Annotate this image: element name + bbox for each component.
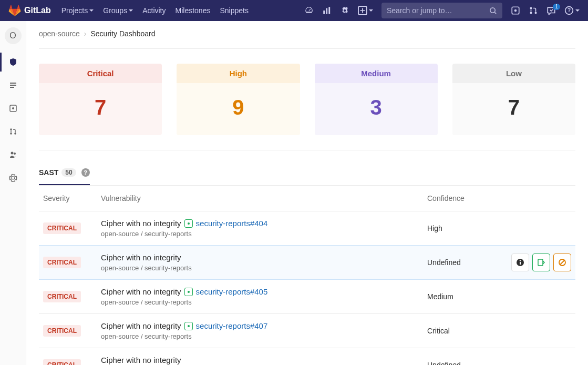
nav-todos-icon[interactable]: 1 [546, 6, 556, 15]
group-avatar[interactable]: O [5, 27, 22, 44]
svg-point-18 [10, 133, 12, 135]
issue-open-icon [184, 219, 193, 228]
issue-link[interactable]: security-reports#405 [196, 287, 268, 296]
confidence-value: Medium [423, 280, 502, 314]
svg-point-4 [490, 7, 495, 12]
nav-merge-requests-icon[interactable] [529, 6, 538, 15]
sidebar-item-issues[interactable] [0, 97, 26, 120]
svg-rect-12 [10, 83, 16, 84]
svg-point-29 [188, 325, 190, 327]
svg-point-21 [14, 153, 16, 155]
sidebar-item-security[interactable] [0, 50, 26, 74]
svg-rect-14 [10, 87, 14, 88]
breadcrumb-group[interactable]: open-source [39, 29, 80, 38]
card-low-count: 7 [452, 83, 575, 135]
svg-point-25 [520, 260, 521, 261]
nav-dashboard-icon[interactable] [304, 6, 314, 15]
severity-badge: CRITICAL [43, 291, 81, 302]
dismiss-button[interactable] [553, 254, 571, 271]
table-row[interactable]: CRITICALCipher with no integrityopen-sou… [39, 246, 575, 280]
card-medium-count: 3 [315, 83, 438, 135]
table-row[interactable]: CRITICALCipher with no integritysecurity… [39, 280, 575, 314]
svg-point-7 [530, 7, 532, 9]
card-high[interactable]: High 9 [177, 64, 300, 135]
vulnerability-title: Cipher with no integrity [101, 253, 419, 262]
card-medium[interactable]: Medium 3 [315, 64, 438, 135]
vulnerability-path: open-source / security-reports [101, 332, 419, 340]
vulnerability-path: open-source / security-reports [101, 230, 419, 238]
breadcrumb: open-source › Security Dashboard [39, 29, 575, 48]
svg-rect-24 [520, 262, 521, 265]
col-header-vulnerability: Vulnerability [97, 186, 423, 211]
sidebar-item-merge-requests[interactable] [0, 120, 26, 143]
help-icon[interactable]: ? [81, 168, 90, 177]
issue-link[interactable]: security-reports#404 [196, 219, 268, 228]
search-input[interactable] [387, 6, 489, 15]
issue-open-icon [184, 322, 193, 330]
severity-badge: CRITICAL [43, 325, 81, 337]
tab-sast[interactable]: SAST 50 ? [39, 161, 90, 185]
search-icon [489, 7, 497, 15]
sidebar-item-epics[interactable] [0, 74, 26, 97]
svg-point-28 [188, 291, 190, 293]
svg-rect-26 [538, 259, 543, 266]
search-box[interactable] [381, 3, 502, 18]
severity-badge: CRITICAL [43, 359, 81, 365]
nav-snippets[interactable]: Snippets [220, 6, 248, 15]
table-row[interactable]: CRITICALCipher with no integrityopen-sou… [39, 348, 575, 366]
report-tabs: SAST 50 ? [39, 161, 575, 186]
card-medium-label: Medium [315, 64, 438, 83]
svg-point-19 [14, 133, 16, 135]
svg-rect-1 [326, 8, 327, 14]
vulnerability-title: Cipher with no integrity [101, 356, 419, 364]
svg-point-22 [188, 222, 190, 225]
create-issue-button[interactable] [532, 254, 550, 271]
more-info-button[interactable] [511, 254, 529, 271]
severity-summary-cards: Critical 7 High 9 Medium 3 Low 7 [39, 64, 575, 135]
card-low[interactable]: Low 7 [452, 64, 575, 135]
severity-badge: CRITICAL [43, 257, 81, 268]
table-row[interactable]: CRITICALCipher with no integritysecurity… [39, 314, 575, 348]
nav-groups[interactable]: Groups [103, 6, 133, 15]
sidebar-item-members[interactable] [0, 143, 26, 166]
nav-help-icon[interactable]: ? [564, 6, 580, 15]
left-sidebar: O [0, 21, 26, 365]
severity-badge: CRITICAL [43, 222, 81, 234]
vulnerability-path: open-source / security-reports [101, 298, 419, 306]
card-critical-label: Critical [39, 64, 162, 83]
nav-utility: 1 ? [304, 3, 580, 18]
nav-projects[interactable]: Projects [61, 6, 94, 15]
tab-sast-count: 50 [61, 168, 76, 177]
svg-point-8 [530, 12, 532, 14]
brand-text: GitLab [24, 6, 51, 15]
vulnerability-title: Cipher with no integritysecurity-reports… [101, 321, 419, 330]
card-critical[interactable]: Critical 7 [39, 64, 162, 135]
issue-link[interactable]: security-reports#407 [196, 321, 268, 330]
nav-milestones[interactable]: Milestones [176, 6, 211, 15]
primary-nav: Projects Groups Activity Milestones Snip… [61, 6, 249, 15]
svg-text:?: ? [568, 7, 571, 13]
table-row[interactable]: CRITICALCipher with no integritysecurity… [39, 211, 575, 246]
brand-logo[interactable]: GitLab [8, 4, 51, 17]
chevron-down-icon [129, 9, 133, 12]
svg-point-17 [10, 128, 12, 130]
nav-issues-icon[interactable] [511, 6, 520, 15]
top-navbar: GitLab Projects Groups Activity Mileston… [0, 0, 588, 21]
svg-point-9 [534, 12, 537, 14]
confidence-value: Critical [423, 314, 502, 348]
svg-rect-0 [323, 11, 325, 14]
nav-plus-icon[interactable] [358, 6, 373, 15]
nav-activity[interactable]: Activity [142, 6, 166, 15]
breadcrumb-separator-icon: › [84, 29, 87, 38]
vulnerabilities-table: Severity Vulnerability Confidence CRITIC… [39, 186, 575, 365]
main-content: open-source › Security Dashboard Critica… [26, 21, 588, 365]
nav-analytics-icon[interactable] [322, 6, 332, 15]
confidence-value: High [423, 211, 502, 246]
breadcrumb-current: Security Dashboard [91, 29, 156, 38]
nav-admin-icon[interactable] [340, 6, 349, 15]
svg-point-6 [514, 9, 517, 12]
chevron-down-icon [369, 9, 373, 12]
svg-point-20 [11, 152, 13, 155]
card-high-count: 9 [177, 83, 300, 135]
sidebar-item-settings[interactable] [0, 166, 26, 189]
